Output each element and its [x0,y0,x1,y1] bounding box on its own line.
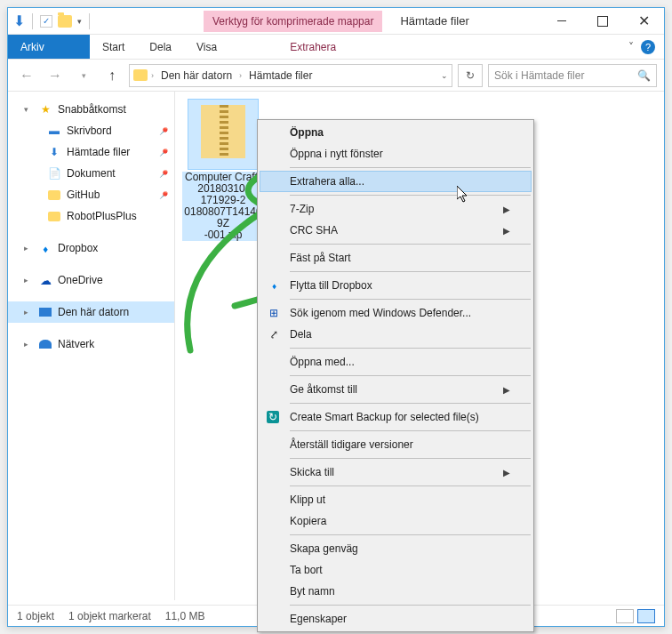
ctx-share[interactable]: ⤤Dela [260,324,532,345]
contextual-tool-label: Verktyg för komprimerade mappar [204,11,382,32]
title-bar: ⬇ ✓ ▾ Verktyg för komprimerade mappar Hä… [8,8,664,35]
desktop-icon: ▬ [47,124,61,138]
ctx-defender-scan[interactable]: ⊞Sök igenom med Windows Defender... [260,302,532,324]
close-button[interactable]: ✕ [623,8,664,35]
divider [32,13,33,29]
chevron-right-icon[interactable]: ▸ [24,308,33,317]
backup-icon: ↻ [267,411,279,423]
nav-downloads[interactable]: ⬇ Hämtade filer 📍 [8,141,174,163]
tab-extract[interactable]: Extrahera [277,35,348,59]
properties-icon[interactable]: ✓ [40,15,52,28]
search-placeholder: Sök i Hämtade filer [494,69,584,82]
breadcrumb[interactable]: Den här datorn [157,69,236,82]
chevron-right-icon: ▶ [503,205,510,214]
ctx-pin-start[interactable]: Fäst på Start [260,247,532,269]
ribbon-right: ˅ ? [628,35,664,59]
back-button[interactable]: ← [15,64,38,87]
tab-start[interactable]: Start [90,35,137,59]
window-controls: ✕ [541,8,664,35]
ctx-copy[interactable]: Kopiera [260,510,532,532]
cloud-icon: ☁ [38,273,52,287]
nav-dropbox[interactable]: ▸ ⬧ Dropbox [8,237,174,259]
forward-button[interactable]: → [44,64,67,87]
nav-desktop[interactable]: ▬ Skrivbord 📍 [8,120,174,141]
explorer-window: ⬇ ✓ ▾ Verktyg för komprimerade mappar Hä… [7,7,665,627]
zip-thumbnail-icon [188,99,259,170]
dropbox-icon: ⬧ [267,278,281,293]
chevron-down-icon[interactable]: ▾ [24,105,33,114]
ctx-crc-sha[interactable]: CRC SHA▶ [260,220,532,241]
nav-onedrive[interactable]: ▸ ☁ OneDrive [8,269,174,291]
expand-ribbon-icon[interactable]: ˅ [628,41,634,53]
icons-view-button[interactable] [637,609,655,623]
nav-label: RobotPlusPlus [67,210,137,222]
ctx-restore-versions[interactable]: Återställ tidigare versioner [260,434,532,455]
minimize-button[interactable] [541,8,582,35]
ctx-7zip[interactable]: 7-Zip▶ [260,198,532,220]
ctx-give-access[interactable]: Ge åtkomst till▶ [260,379,532,400]
caret-down-icon[interactable]: ▾ [77,17,82,26]
ctx-cut[interactable]: Klipp ut [260,489,532,510]
search-icon: 🔍 [637,69,651,82]
up-button[interactable]: ↑ [100,64,124,87]
file-item-zip[interactable]: Computer Craft- 20180310-171929-2 018080… [182,99,264,241]
ctx-extract-all[interactable]: Extrahera alla... [260,171,532,192]
nav-this-pc[interactable]: ▸ Den här datorn [8,301,174,323]
nav-label: Snabbåtkomst [58,103,126,116]
tab-view[interactable]: Visa [184,35,229,59]
pin-icon: 📍 [156,188,171,202]
nav-quick-access[interactable]: ▾ ★ Snabbåtkomst [8,99,174,120]
ctx-smart-backup[interactable]: ↻Create Smart Backup for selected file(s… [260,406,532,428]
details-view-button[interactable] [616,609,634,623]
ribbon-tabs: Arkiv Start Dela Visa Extrahera ˅ ? [8,35,664,60]
ctx-open-new-window[interactable]: Öppna i nytt fönster [260,143,532,165]
nav-label: OneDrive [58,274,103,286]
chevron-right-icon[interactable]: ▸ [24,244,33,253]
ctx-open[interactable]: Öppna [260,122,532,143]
ctx-properties[interactable]: Egenskaper [260,608,532,630]
ctx-delete[interactable]: Ta bort [260,559,532,581]
help-icon[interactable]: ? [641,40,655,54]
chevron-right-icon: ▶ [503,468,510,478]
ctx-create-shortcut[interactable]: Skapa genväg [260,538,532,559]
refresh-button[interactable]: ↻ [458,64,483,87]
ctx-move-dropbox[interactable]: ⬧Flytta till Dropbox [260,275,532,296]
nav-label: Dropbox [58,242,98,254]
chevron-right-icon[interactable]: ▸ [24,276,33,285]
search-input[interactable]: Sök i Hämtade filer 🔍 [488,64,657,87]
maximize-button[interactable] [582,8,623,35]
ctx-open-with[interactable]: Öppna med... [260,351,532,373]
nav-documents[interactable]: 📄 Dokument 📍 [8,163,174,184]
star-icon: ★ [38,102,52,116]
address-bar[interactable]: › Den här datorn › Hämtade filer ⌄ [129,64,452,87]
recent-locations-icon[interactable]: ▾ [72,64,95,87]
address-dropdown-icon[interactable]: ⌄ [441,71,448,80]
breadcrumb[interactable]: Hämtade filer [245,69,316,82]
ctx-rename[interactable]: Byt namn [260,581,532,602]
folder-icon[interactable] [58,15,72,28]
separator [290,375,531,376]
tab-file[interactable]: Arkiv [8,35,90,59]
window-title: Hämtade filer [400,14,468,28]
separator [290,299,531,300]
ctx-send-to[interactable]: Skicka till▶ [260,461,532,483]
separator [290,403,531,404]
folder-icon [133,69,148,81]
pin-icon: 📍 [156,166,171,181]
chevron-right-icon: ▶ [503,385,510,395]
nav-network[interactable]: ▸ Nätverk [8,333,174,355]
separator [290,430,531,431]
pin-icon: 📍 [156,124,171,138]
address-bar-row: ← → ▾ ↑ › Den här datorn › Hämtade filer… [8,60,664,92]
nav-robotplusplus[interactable]: RobotPlusPlus [8,205,174,227]
status-selected-count: 1 objekt markerat [68,610,151,622]
chevron-right-icon[interactable]: › [239,71,242,80]
share-icon: ⤤ [267,327,281,341]
status-size: 11,0 MB [165,610,205,622]
chevron-right-icon[interactable]: › [151,71,154,80]
chevron-right-icon[interactable]: ▸ [24,340,33,349]
separator [290,605,531,606]
tab-share[interactable]: Dela [137,35,184,59]
qat-dropdown-icon[interactable]: ⬇ [13,12,25,29]
nav-github[interactable]: GitHub 📍 [8,184,174,205]
